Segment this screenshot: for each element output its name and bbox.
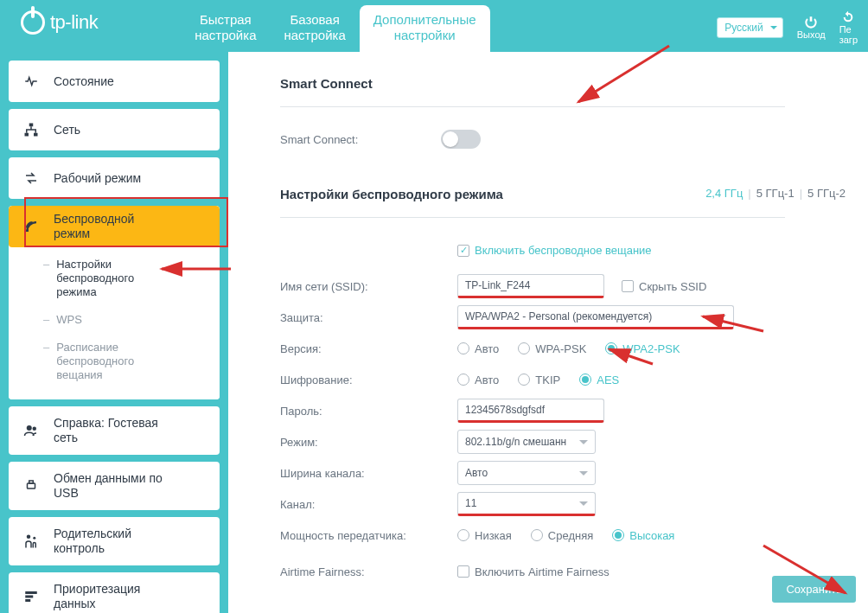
password-label: Пароль: <box>280 405 457 418</box>
body: Состояние Сеть Рабочий режим Беспроводно… <box>0 52 868 613</box>
ssid-label: Имя сети (SSID): <box>280 280 457 293</box>
sidebar-item-guest[interactable]: Справка: Гостевая сеть <box>9 406 220 455</box>
header-tabs: Быстрая настройка Базовая настройка Допо… <box>181 5 489 52</box>
band-24[interactable]: 2,4 ГГц <box>705 187 743 200</box>
sidebar-item-wireless-group: Беспроводной режим –Настройки беспроводн… <box>9 206 220 399</box>
hide-ssid-row[interactable]: Скрыть SSID <box>622 280 706 293</box>
tab-basic-setup[interactable]: Базовая настройка <box>270 5 359 52</box>
band-tabs: 2,4 ГГц | 5 ГГц-1 | 5 ГГц-2 <box>705 187 846 200</box>
tab-advanced-setup[interactable]: Дополнительные настройки <box>360 5 490 52</box>
mode-select[interactable]: 802.11b/g/n смешанн <box>457 430 596 454</box>
svg-rect-11 <box>25 599 30 602</box>
airtime-row[interactable]: Включить Airtime Fairness <box>457 565 610 578</box>
sub-item-wireless-settings[interactable]: –Настройки беспроводного режима <box>9 251 220 306</box>
svg-rect-9 <box>25 591 37 594</box>
network-icon <box>22 121 40 138</box>
band-51[interactable]: 5 ГГц-1 <box>756 187 795 200</box>
svg-rect-5 <box>28 483 35 488</box>
security-label: Защита: <box>280 311 457 324</box>
guest-icon <box>22 422 40 439</box>
sidebar-item-usb[interactable]: Обмен данными по USB <box>9 462 220 510</box>
enc-auto[interactable]: Авто <box>457 374 499 386</box>
svg-point-8 <box>33 537 35 540</box>
security-select[interactable]: WPA/WPA2 - Personal (рекомендуется) <box>457 305 734 329</box>
wireless-form: Включить беспроводное вещание Имя сети (… <box>280 244 868 587</box>
hide-ssid-checkbox[interactable] <box>622 280 634 292</box>
power-low[interactable]: Низкая <box>457 529 512 542</box>
tab-quick-setup[interactable]: Быстрая настройка <box>181 5 270 52</box>
mode-icon <box>22 169 40 187</box>
smart-connect-label: Smart Connect: <box>280 133 358 146</box>
airtime-checkbox[interactable] <box>457 565 469 578</box>
svg-point-3 <box>27 425 32 431</box>
width-label: Ширина канала: <box>280 467 457 480</box>
power-label: Мощность передатчика: <box>280 529 457 542</box>
version-label: Версия: <box>280 342 457 355</box>
enable-wireless-checkbox[interactable] <box>457 245 469 257</box>
sidebar-item-parental[interactable]: Родительский контроль <box>9 517 220 565</box>
logo-text: tp-link <box>50 11 98 34</box>
smart-connect-toggle[interactable] <box>441 130 481 149</box>
status-icon <box>22 73 40 90</box>
main-header: tp-link Быстрая настройка Базовая настро… <box>0 0 868 52</box>
version-wpa[interactable]: WPA-PSK <box>518 342 586 355</box>
svg-rect-6 <box>29 481 34 483</box>
save-button[interactable]: Сохранить <box>772 576 856 603</box>
ssid-input[interactable] <box>457 274 604 298</box>
airtime-label: Airtime Fairness: <box>280 565 457 578</box>
enc-tkip[interactable]: TKIP <box>518 374 560 386</box>
header-right: Русский Выход Пе загр <box>717 5 858 45</box>
chevron-down-icon <box>579 471 588 480</box>
version-wpa2[interactable]: WPA2-PSK <box>605 342 680 355</box>
svg-rect-10 <box>25 596 33 598</box>
language-select[interactable]: Русский <box>717 17 783 38</box>
sidebar-item-qos[interactable]: Приоритезация данных <box>9 572 220 613</box>
reboot-button[interactable]: Пе загр <box>839 10 858 45</box>
encryption-label: Шифрование: <box>280 374 457 386</box>
svg-rect-2 <box>34 133 38 137</box>
svg-rect-1 <box>25 133 29 137</box>
chevron-down-icon <box>579 440 588 449</box>
power-high[interactable]: Высокая <box>612 529 674 542</box>
wireless-icon <box>22 218 40 235</box>
svg-point-4 <box>33 427 37 431</box>
sidebar-item-network[interactable]: Сеть <box>9 109 220 150</box>
band-52[interactable]: 5 ГГц-2 <box>807 187 846 200</box>
sub-item-wps[interactable]: –WPS <box>9 306 220 334</box>
svg-rect-0 <box>29 124 34 127</box>
svg-point-7 <box>27 535 31 540</box>
width-select[interactable]: Авто <box>457 461 596 485</box>
sidebar-item-wireless[interactable]: Беспроводной режим <box>9 206 220 247</box>
channel-select[interactable]: 11 <box>457 492 596 516</box>
parental-icon <box>22 533 40 550</box>
main-panel: Smart Connect Smart Connect: Настройки б… <box>228 52 868 613</box>
chevron-down-icon <box>718 315 726 323</box>
qos-icon <box>22 588 40 605</box>
sidebar-item-mode[interactable]: Рабочий режим <box>9 157 220 199</box>
channel-label: Канал: <box>280 498 457 511</box>
smart-connect-title: Smart Connect <box>280 76 868 91</box>
enc-aes[interactable]: AES <box>579 374 619 386</box>
chevron-down-icon <box>579 501 588 510</box>
usb-icon <box>22 477 40 495</box>
reboot-icon <box>841 10 855 24</box>
sidebar-item-status[interactable]: Состояние <box>9 61 220 102</box>
sub-item-schedule[interactable]: –Расписание беспроводного вещания <box>9 334 220 389</box>
sidebar: Состояние Сеть Рабочий режим Беспроводно… <box>0 52 228 613</box>
enable-wireless-row[interactable]: Включить беспроводное вещание <box>457 244 868 257</box>
logo-mark-icon <box>21 10 45 35</box>
power-mid[interactable]: Средняя <box>531 529 593 542</box>
logo: tp-link <box>21 5 98 35</box>
logout-icon <box>804 16 818 29</box>
logout-button[interactable]: Выход <box>797 16 826 40</box>
mode-label: Режим: <box>280 436 457 449</box>
version-auto[interactable]: Авто <box>457 342 499 355</box>
password-input[interactable] <box>457 399 604 423</box>
smart-connect-row: Smart Connect: <box>280 130 868 149</box>
wireless-submenu: –Настройки беспроводного режима –WPS –Ра… <box>9 247 220 399</box>
